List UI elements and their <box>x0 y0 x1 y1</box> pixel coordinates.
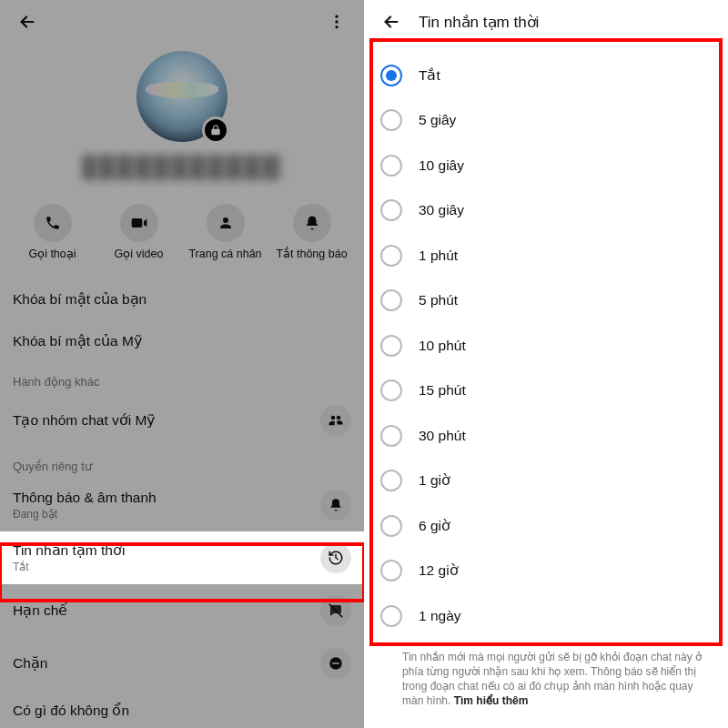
video-call-label: Gọi video <box>115 248 164 260</box>
section-other-actions: Hành động khác <box>0 362 364 394</box>
row-block[interactable]: Chặn <box>0 637 364 690</box>
duration-option[interactable]: 1 giờ <box>380 459 719 504</box>
duration-option-label: 15 phút <box>419 382 466 399</box>
mute-label: Tắt thông báo <box>276 248 347 260</box>
duration-option[interactable]: Tắt <box>380 53 719 98</box>
chat-slash-icon <box>328 602 344 619</box>
radio-icon <box>380 289 402 311</box>
duration-option[interactable]: 15 phút <box>380 369 719 414</box>
row-create-group[interactable]: Tạo nhóm chat với Mỹ <box>0 394 364 447</box>
row-sublabel: Tắt <box>13 561 125 573</box>
phone-icon <box>45 215 61 231</box>
disappearing-messages-pane: Tin nhắn tạm thời Tắt5 giây10 giây30 giâ… <box>364 0 728 728</box>
radio-icon <box>380 245 402 267</box>
duration-option[interactable]: 30 giây <box>380 188 719 234</box>
radio-icon <box>380 560 402 581</box>
radio-icon <box>380 109 402 131</box>
duration-option[interactable]: 6 giờ <box>380 503 719 549</box>
arrow-left-icon <box>381 12 401 32</box>
history-icon <box>328 550 344 566</box>
avatar-wrap[interactable] <box>136 51 228 142</box>
profile-button[interactable]: Trang cá nhân <box>184 204 268 260</box>
row-label: Tạo nhóm chat với Mỹ <box>13 412 156 429</box>
row-disappearing-messages[interactable]: Tin nhắn tạm thời Tắt <box>0 531 364 584</box>
bell-icon <box>329 498 343 512</box>
duration-option[interactable]: 10 phút <box>380 323 719 369</box>
person-icon <box>217 215 234 231</box>
duration-option-label: 1 phút <box>419 248 458 264</box>
svg-point-2 <box>335 25 338 28</box>
row-their-secret-key[interactable]: Khóa bí mật của Mỹ <box>0 320 364 362</box>
duration-option[interactable]: 5 phút <box>380 278 719 324</box>
page-title: Tin nhắn tạm thời <box>419 13 539 32</box>
duration-options-list: Tắt5 giây10 giây30 giây1 phút5 phút10 ph… <box>366 44 726 642</box>
lock-icon <box>209 124 222 136</box>
duration-option[interactable]: 1 ngày <box>380 593 719 639</box>
row-label: Hạn chế <box>13 602 68 619</box>
mute-button[interactable]: Tắt thông báo <box>270 204 354 260</box>
audio-call-label: Gọi thoại <box>28 248 76 260</box>
radio-icon <box>380 65 402 86</box>
section-privacy: Quyền riêng tư <box>0 447 364 479</box>
duration-option-label: 12 giờ <box>419 562 459 579</box>
row-label: Khóa bí mật của bạn <box>13 291 147 308</box>
audio-call-button[interactable]: Gọi thoại <box>11 204 95 260</box>
radio-icon <box>380 515 402 537</box>
duration-option-label: Tắt <box>419 67 440 84</box>
encryption-badge <box>202 116 229 144</box>
duration-option[interactable]: 5 giây <box>380 98 719 144</box>
profile-name-blurred <box>82 155 282 180</box>
learn-more-link[interactable]: Tìm hiểu thêm <box>454 694 529 707</box>
minus-circle-icon <box>328 655 344 672</box>
left-topbar <box>0 0 364 44</box>
row-report[interactable]: Có gì đó không ổn <box>0 690 364 728</box>
duration-option-label: 1 giờ <box>419 472 450 489</box>
duration-option-label: 10 phút <box>419 338 466 354</box>
row-label: Thông báo & âm thanh <box>13 490 157 506</box>
duration-option[interactable]: 1 phút <box>380 233 719 278</box>
radio-icon <box>380 199 402 221</box>
duration-option-label: 30 giây <box>419 202 464 218</box>
duration-option-label: 10 giây <box>419 157 464 174</box>
radio-icon <box>380 605 402 627</box>
right-topbar: Tin nhắn tạm thời <box>364 0 728 44</box>
row-label: Chặn <box>13 655 47 672</box>
video-call-button[interactable]: Gọi video <box>97 204 181 260</box>
duration-option[interactable]: 12 giờ <box>380 549 719 594</box>
row-label: Có gì đó không ổn <box>13 703 129 719</box>
svg-point-1 <box>335 20 338 23</box>
video-icon <box>130 214 148 232</box>
back-button[interactable] <box>13 7 42 36</box>
more-vertical-icon <box>328 13 346 31</box>
duration-option[interactable]: 10 giây <box>380 143 719 188</box>
svg-rect-4 <box>332 663 339 665</box>
row-restrict[interactable]: Hạn chế <box>0 584 364 637</box>
duration-option-label: 30 phút <box>419 428 466 444</box>
bell-icon <box>304 215 320 231</box>
duration-option-label: 6 giờ <box>419 518 450 534</box>
duration-option-label: 5 giây <box>419 112 456 128</box>
row-label: Khóa bí mật của Mỹ <box>13 333 142 349</box>
profile-label: Trang cá nhân <box>188 248 261 260</box>
radio-icon <box>380 425 402 447</box>
duration-option[interactable]: 30 phút <box>380 413 719 459</box>
radio-icon <box>380 470 402 491</box>
row-sublabel: Đang bật <box>13 508 157 521</box>
quick-actions: Gọi thoại Gọi video Trang cá nhân Tắt th… <box>0 187 364 271</box>
radio-icon <box>380 335 402 357</box>
arrow-left-icon <box>17 12 37 32</box>
svg-point-0 <box>335 15 338 18</box>
row-your-secret-key[interactable]: Khóa bí mật của bạn <box>0 278 364 320</box>
profile-block <box>0 44 364 187</box>
duration-option-label: 5 phút <box>419 292 458 308</box>
radio-icon <box>380 155 402 177</box>
radio-icon <box>380 379 402 401</box>
row-label: Tin nhắn tạm thời <box>13 542 125 559</box>
conversation-settings-pane: Gọi thoại Gọi video Trang cá nhân Tắt th… <box>0 0 364 728</box>
duration-option-label: 1 ngày <box>419 608 461 624</box>
footer-text: Tin nhắn mới mà mọi người gửi sẽ bị gỡ k… <box>402 651 702 708</box>
row-notifications[interactable]: Thông báo & âm thanh Đang bật <box>0 479 364 531</box>
back-button[interactable] <box>377 7 406 36</box>
settings-list: Khóa bí mật của bạn Khóa bí mật của Mỹ H… <box>0 271 364 728</box>
more-button[interactable] <box>322 7 351 36</box>
